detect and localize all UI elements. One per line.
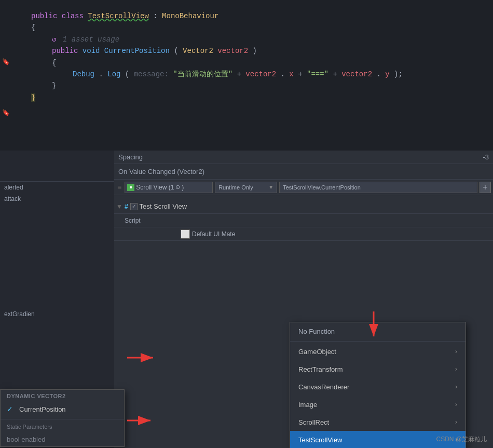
material-name-label: Default UI Mate [192, 230, 235, 238]
script-row: Script [114, 214, 493, 227]
scroll-view-label: Scroll View (1 [136, 184, 174, 191]
object-icon: ■ [127, 184, 134, 191]
code-line-5: { [31, 57, 477, 69]
spacing-row: Spacing -3 [114, 151, 493, 164]
code-line-4: public void CurrentPosition ( Vector2 ve… [31, 45, 477, 57]
on-value-changed-header: On Value Changed (Vector2) [114, 164, 493, 180]
extgradient-item: extGradien [0, 308, 114, 320]
script-label: Script [116, 217, 491, 224]
triangle-icon: ▼ [116, 203, 122, 210]
sub-menu[interactable]: Dynamic Vector2 ✓ CurrentPosition Static… [0, 389, 125, 447]
function-field[interactable]: TestScrollView.CurrentPosition [279, 182, 477, 193]
test-scroll-view-row: ▼ # ✓ Test Scroll View [114, 199, 493, 214]
material-swatch [181, 229, 190, 239]
menu-item-no-function[interactable]: No Function [290, 322, 465, 340]
menu-item-image[interactable]: Image › [290, 396, 465, 413]
bookmark-icon-1: 🔖 [2, 58, 10, 66]
check-mark-icon: ✓ [7, 405, 15, 413]
runtime-only-dropdown[interactable]: Runtime Only ▼ [215, 182, 277, 193]
chevron-right-icon: › [455, 348, 457, 355]
drag-handle[interactable]: ≡ [116, 183, 122, 192]
hash-icon: # [125, 203, 128, 210]
code-editor: public class TestScrollView : MonoBehavi… [0, 0, 493, 151]
menu-item-recttransform[interactable]: RectTransform › [290, 360, 465, 378]
material-row: Default UI Mate [114, 227, 493, 241]
menu-item-canvasrenderer[interactable]: CanvasRenderer › [290, 378, 465, 396]
code-line-7: } [31, 80, 477, 91]
code-line-6: Debug . Log ( message: "当前滑动的位置" + vecto… [31, 69, 477, 80]
code-line-1: public class TestScrollView : MonoBehavi… [31, 10, 477, 22]
menu-item-scrollrect[interactable]: ScrollRect › [290, 413, 465, 431]
watermark-text: CSDN @芝麻粒儿 [436, 435, 487, 444]
static-params-header: Static Parameters [1, 422, 124, 432]
sub-menu-current-position[interactable]: ✓ CurrentPosition [1, 401, 124, 417]
unity-inspector: alerted attack extGradien Spacing -3 On … [0, 151, 493, 448]
chevron-right-icon-5: › [455, 418, 457, 426]
add-event-button[interactable]: + [480, 182, 491, 193]
event-binding-row: ≡ ■ Scroll View (1 ⊙ ) Runtime Only ▼ Te… [114, 180, 493, 195]
sub-menu-bool-enabled[interactable]: bool enabled [1, 432, 124, 446]
dropdown-arrow: ▼ [268, 184, 273, 190]
bookmark-icon-2: 🔖 [2, 109, 10, 117]
component-name-label: Test Scroll View [140, 202, 491, 210]
dynamic-vector2-header: Dynamic Vector2 [1, 390, 124, 401]
menu-item-gameobject[interactable]: GameObject › [290, 343, 465, 360]
component-checkbox[interactable]: ✓ [130, 203, 138, 210]
alerted-item: alerted [0, 182, 114, 193]
sub-menu-divider [1, 419, 124, 419]
code-line-2: { [31, 22, 477, 33]
chevron-right-icon-2: › [455, 365, 457, 373]
chevron-right-icon-3: › [455, 383, 457, 390]
scroll-view-object-field[interactable]: ■ Scroll View (1 ⊙ ) [125, 182, 213, 193]
context-menu[interactable]: No Function GameObject › RectTransform ›… [290, 322, 466, 448]
chevron-right-icon-4: › [455, 401, 457, 408]
code-line-asset-usage: ↺ 1 asset usage [31, 34, 477, 45]
attack-item: attack [0, 193, 114, 205]
code-line-8: } [31, 92, 477, 103]
menu-divider [290, 341, 465, 342]
